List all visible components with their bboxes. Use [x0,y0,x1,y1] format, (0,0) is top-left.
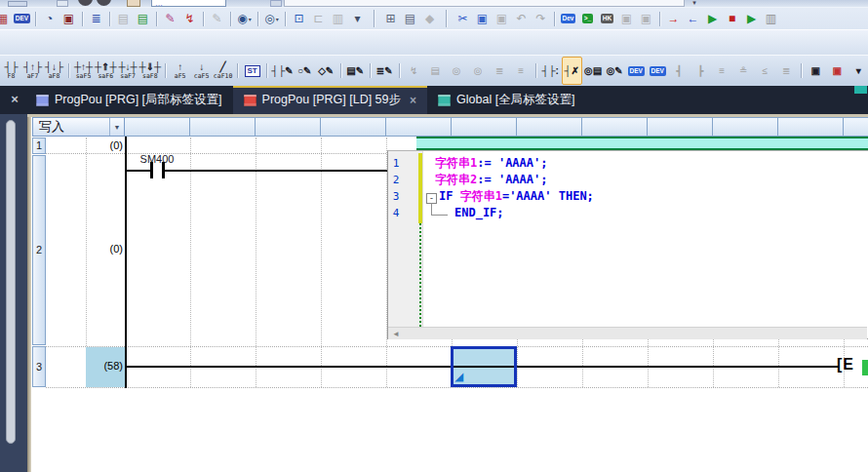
st-code-line[interactable]: 字符串1:= 'AAAA'; [435,156,547,170]
connect-left-gray-icon[interactable]: ┫ [669,57,690,85]
scroll-left-icon[interactable]: ◄ [390,329,402,339]
chevron-down-icon[interactable]: ▼ [109,118,124,136]
doc-gray-icon[interactable]: ▤ [425,57,446,85]
menu-item[interactable] [113,35,119,37]
monitor-eye-icon[interactable]: ◉ [235,10,254,27]
search2-gray-icon[interactable]: ◎ [468,57,489,85]
io-zigzag-icon[interactable]: ↯ [180,10,199,27]
menu-item[interactable] [69,35,75,37]
copy-icon[interactable]: ▣ [473,10,492,27]
parallel-falling-icon[interactable]: ┼⇓┼saF8 [139,57,162,85]
find-instruction-icon[interactable]: >_ [578,10,597,27]
comment-table-icon[interactable]: ▤ [114,10,133,27]
element-select-icon[interactable]: ≣ [87,10,105,27]
statement-gray-icon[interactable]: ≣ [776,57,797,85]
find-device-icon[interactable]: Dev [559,10,577,27]
parallel-rising-icon[interactable]: ┼↓┼saF7 [118,57,138,85]
search-gray-icon[interactable]: ◎ [447,57,467,85]
stopwatch-icon[interactable]: ◔ [40,10,59,27]
user-gray-icon[interactable]: ◆ [420,10,439,27]
contact-symbol[interactable] [150,162,153,178]
monitor-run-icon[interactable]: ▶ [703,10,722,27]
find-string-icon[interactable]: HK [598,10,616,27]
clipped-button[interactable] [270,0,282,7]
cut-icon[interactable]: ✂ [454,10,472,27]
menu-item[interactable] [284,35,290,37]
tab-global-labels[interactable]: Global [全局标签设置] × [427,86,586,114]
delete-line-icon[interactable]: ╱caF10 [213,57,233,85]
menu-item[interactable] [225,35,231,37]
edit-comment-icon[interactable]: ≣✎ [375,57,395,85]
toolbar-overflow-icon[interactable]: ▾ [688,0,701,7]
inline-st-editor-window[interactable]: 1字符串1:= 'AAAA';2字符串2:= 'AAAA';3-IF 字符串1=… [387,150,868,339]
parameter-table-icon[interactable]: ▤ [134,10,152,27]
dev-frame-icon[interactable]: DEV [13,10,31,27]
align-gray-icon[interactable]: ≡ [712,57,732,85]
falling-contact-icon[interactable]: ┤↓├aF8 [44,57,64,85]
calc-module-icon[interactable]: ⊞ [381,10,400,27]
paste-icon[interactable]: ▣ [493,10,511,27]
memory-table-icon[interactable]: ▤ [401,10,419,27]
st-code-line[interactable]: 字符串2:= 'AAAA'; [435,173,547,186]
verify-run-icon[interactable]: ▶ [742,10,761,27]
clipped-input-field[interactable] [284,0,685,7]
monitor-check-icon[interactable]: ▣ [59,10,78,27]
st-code-line[interactable]: END_IF; [454,206,504,219]
inactive-tab-close-icon[interactable]: × [566,94,572,107]
overflow-icon[interactable]: ▾ [848,57,868,85]
contact-symbol[interactable] [162,162,165,178]
module-grid-icon[interactable]: ▦ [0,10,12,27]
dev-find-icon[interactable]: DEV [626,57,647,85]
find-edit-icon[interactable]: ◎✎ [605,57,625,85]
insert-row-icon[interactable]: ↑aF5 [170,57,190,85]
inline-st-icon[interactable]: ST [242,57,262,85]
lightning-gray-icon[interactable]: ↯ [404,57,424,85]
clipped-round-button[interactable] [97,0,111,6]
open-contact-icon[interactable]: ┤├F8 [1,57,21,85]
series-falling-icon[interactable]: ┼⇑┼saF6 [95,57,117,85]
dev-write-icon[interactable]: DEV [648,57,668,85]
remove-lines-gray-icon[interactable]: ≡ [511,57,532,85]
plc-write-icon[interactable]: → [664,10,683,27]
edge-partial-icon[interactable]: ▥ [762,10,780,27]
menu-item[interactable] [1,35,7,37]
delete-row-icon[interactable]: ↓caF5 [191,57,212,85]
series-rising-icon[interactable]: ┼↑┼saF5 [73,57,94,85]
edit-coil-icon[interactable]: ○✎ [295,57,315,85]
tab-progpou-local-labels[interactable]: ProgPou [PRG] [局部标签设置] × [25,86,233,114]
dock-splitter-handle[interactable] [6,120,16,444]
label-pencil-icon[interactable]: ✎ [161,10,179,27]
undo-icon[interactable]: ↶ [512,10,531,27]
rising-contact-icon[interactable]: ┤↑├aF7 [22,57,43,85]
list-gray-icon[interactable]: ≤ [755,57,775,85]
tab-progpou-ladder[interactable]: ProgPou [PRG] [LD] 59步 × [233,86,427,114]
save-red-icon[interactable]: ▣ [827,57,848,85]
window-preview-icon[interactable]: ⊡ [290,10,308,27]
wrap-gray-icon[interactable]: ≗ [733,57,754,85]
device-display-icon[interactable]: ┤├: [540,57,561,85]
redo-icon[interactable]: ↷ [532,10,550,27]
inline-st-block[interactable] [416,137,868,150]
menu-item[interactable] [167,35,173,37]
clipped-round-button[interactable] [78,0,93,6]
menu-item[interactable] [402,35,408,37]
overflow-icon[interactable]: ▾ [348,10,367,27]
edit-contact-icon[interactable]: ┤├✎ [271,57,294,85]
add-lines-gray-icon[interactable]: ≣ [490,57,510,85]
jump-gray-icon[interactable]: ▣ [617,10,636,27]
find-doc-icon[interactable]: ◎▤ [583,57,604,85]
save-ladder-icon[interactable]: ▣ [806,57,826,85]
menu-item[interactable] [341,35,347,37]
device-zoom-icon[interactable]: ◎ [262,10,281,27]
search-combobox[interactable]: … [151,0,226,7]
dock-gray-icon[interactable]: ⊏ [309,10,328,27]
comment-display-icon[interactable]: ┤✗ [562,57,582,85]
gray-edit-icon[interactable]: ✎ [208,10,226,27]
connect-right-gray-icon[interactable]: ┣ [690,57,711,85]
st-horizontal-scrollbar[interactable]: ◄ [388,327,867,339]
st-code-line[interactable]: -IF 字符串1='AAAA' THEN; [426,189,594,204]
edit-label-icon[interactable]: ▤✎ [345,57,366,85]
monitor-stop-icon[interactable]: ■ [723,10,741,27]
edit-branch-icon[interactable]: ◇✎ [316,57,336,85]
pane-close-button[interactable]: × [7,92,22,107]
